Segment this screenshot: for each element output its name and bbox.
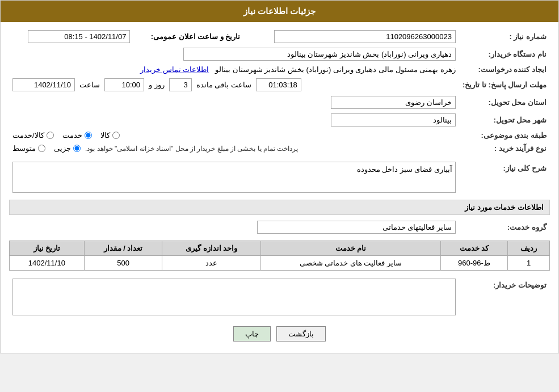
radio-jozii-input[interactable]	[73, 145, 81, 152]
service-group-label: گروه خدمت:	[459, 218, 550, 236]
delivery-city-label: شهر محل تحویل:	[459, 111, 550, 129]
creator-value: زهره بهمنی مسئول مالی دهیاری ویرانی (نور…	[9, 63, 459, 76]
cell-unit: عدد	[162, 256, 261, 271]
radio-khadamat-input[interactable]	[85, 132, 92, 139]
radio-kala-khadamat-label: کالا/خدمت	[12, 131, 44, 140]
cell-service-name: سایر فعالیت های خدماتی شخصی	[261, 256, 441, 271]
delivery-province-box: خراسان رضوی	[331, 96, 456, 109]
service-group-box: سایر فعالیتهای خدماتی	[257, 221, 456, 234]
radio-mottaset-input[interactable]	[38, 145, 45, 152]
row-response-deadline: مهلت ارسال پاسخ: تا تاریخ: 1402/11/10 سا…	[9, 76, 550, 94]
col-row-num: ردیف	[508, 241, 550, 256]
need-number-box: 1102096263000023	[274, 30, 456, 43]
services-table: ردیف کد خدمت نام خدمت واحد اندازه گیری ت…	[9, 241, 550, 271]
need-number-value: 1102096263000023	[243, 28, 459, 45]
category-label: طبقه بندی موضوعی:	[459, 129, 550, 142]
category-radio-group: کالا/خدمت خدمت کالا	[12, 131, 456, 140]
delivery-city-value: بینالود	[9, 111, 459, 129]
radio-jozii: جزیی	[54, 144, 81, 153]
general-desc-box: آبیاری فضای سبز داخل محدوده	[12, 162, 456, 193]
creator-label: ایجاد کننده درخواست:	[459, 63, 550, 76]
response-remaining-label: ساعت باقی مانده	[196, 81, 251, 89]
row-category: طبقه بندی موضوعی: کالا/خدمت خدمت	[9, 129, 550, 142]
page-header: جزئیات اطلاعات نیاز	[1, 1, 558, 22]
process-type-label: نوع فرآیند خرید :	[459, 142, 550, 155]
cell-row-num: 1	[508, 256, 550, 271]
buyer-desc-table: توضیحات خریدار:	[9, 276, 550, 318]
col-service-name: نام خدمت	[261, 241, 441, 256]
button-row: بازگشت چاپ	[9, 326, 550, 342]
radio-khadamat: خدمت	[62, 131, 92, 140]
back-button[interactable]: بازگشت	[276, 326, 326, 342]
radio-mottaset: متوسط	[12, 144, 45, 153]
radio-kala: کالا	[100, 131, 120, 140]
service-group-table: گروه خدمت: سایر فعالیتهای خدماتی	[9, 218, 550, 236]
table-row: 1ط-96-960سایر فعالیت های خدماتی شخصیعدد5…	[10, 256, 550, 271]
col-quantity: تعداد / مقدار	[84, 241, 162, 256]
radio-kala-label: کالا	[100, 131, 110, 140]
row-process-type: نوع فرآیند خرید : متوسط جزیی	[9, 142, 550, 155]
page-title: جزئیات اطلاعات نیاز	[243, 6, 316, 16]
services-section-header: اطلاعات خدمات مورد نیاز	[9, 200, 550, 215]
announce-date-label: تاریخ و ساعت اعلان عمومی:	[133, 28, 243, 45]
radio-kala-khadamat: کالا/خدمت	[12, 131, 54, 140]
response-time-label: ساعت	[79, 81, 100, 89]
delivery-city-box: بینالود	[331, 113, 456, 127]
radio-jozii-label: جزیی	[54, 144, 71, 153]
buyer-desc-label: توضیحات خریدار:	[459, 276, 550, 318]
category-options: کالا/خدمت خدمت کالا	[9, 129, 459, 142]
row-buyer-desc: توضیحات خریدار:	[9, 276, 550, 318]
buyer-desc-box	[12, 279, 456, 315]
radio-kala-khadamat-input[interactable]	[47, 132, 54, 139]
buyer-desc-value	[9, 276, 459, 318]
announce-date-box: 1402/11/07 - 08:15	[28, 30, 130, 43]
response-deadline-label: مهلت ارسال پاسخ: تا تاریخ:	[459, 76, 550, 94]
radio-khadamat-label: خدمت	[62, 131, 82, 140]
buyer-org-label: نام دستگاه خریدار:	[459, 45, 550, 63]
row-buyer-org: نام دستگاه خریدار: دهیاری ویرانی (نورابا…	[9, 45, 550, 63]
creator-contact-link[interactable]: اطلاعات تماس خریدار	[140, 65, 209, 74]
buyer-org-box: دهیاری ویرانی (نوراباد) بخش شاندیز شهرست…	[183, 48, 456, 61]
process-type-options: متوسط جزیی پرداخت تمام یا بخشی از مبلغ خ…	[9, 142, 459, 155]
content-area: شماره نیاز : 1102096263000023 تاریخ و سا…	[1, 22, 558, 353]
response-time-box: 10:00	[104, 78, 144, 91]
response-days-label: روز و	[149, 81, 165, 89]
process-note: پرداخت تمام یا بخشی از مبلغ خریدار از مح…	[85, 145, 298, 153]
col-date: تاریخ نیاز	[10, 241, 85, 256]
response-days-box: 3	[169, 78, 192, 91]
services-table-header-row: ردیف کد خدمت نام خدمت واحد اندازه گیری ت…	[10, 241, 550, 256]
buyer-org-value: دهیاری ویرانی (نوراباد) بخش شاندیز شهرست…	[9, 45, 459, 63]
response-date-box: 1402/11/10	[12, 78, 75, 91]
cell-service-code: ط-96-960	[440, 256, 507, 271]
service-group-value: سایر فعالیتهای خدماتی	[9, 218, 459, 236]
row-general-desc: شرح کلی نیاز: آبیاری فضای سبز داخل محدود…	[9, 159, 550, 195]
print-button[interactable]: چاپ	[233, 326, 271, 342]
response-deadline-value: 1402/11/10 ساعت 10:00 روز و 3 ساعت باقی …	[9, 76, 459, 94]
delivery-province-value: خراسان رضوی	[9, 94, 459, 111]
process-radio-group: متوسط جزیی	[12, 144, 81, 153]
row-need-number: شماره نیاز : 1102096263000023 تاریخ و سا…	[9, 28, 550, 45]
general-desc-label: شرح کلی نیاز:	[459, 159, 550, 195]
col-unit: واحد اندازه گیری	[162, 241, 261, 256]
row-delivery-province: استان محل تحویل: خراسان رضوی	[9, 94, 550, 111]
radio-kala-input[interactable]	[112, 132, 120, 139]
general-desc-table: شرح کلی نیاز: آبیاری فضای سبز داخل محدود…	[9, 159, 550, 195]
response-remaining-box: 01:03:18	[256, 78, 301, 91]
col-service-code: کد خدمت	[440, 241, 507, 256]
row-delivery-city: شهر محل تحویل: بینالود	[9, 111, 550, 129]
row-service-group: گروه خدمت: سایر فعالیتهای خدماتی	[9, 218, 550, 236]
need-number-label: شماره نیاز :	[459, 28, 550, 45]
cell-quantity: 500	[84, 256, 162, 271]
row-creator: ایجاد کننده درخواست: زهره بهمنی مسئول ما…	[9, 63, 550, 76]
info-table: شماره نیاز : 1102096263000023 تاریخ و سا…	[9, 28, 550, 155]
announce-date-value: 1402/11/07 - 08:15	[9, 28, 133, 45]
cell-date: 1402/11/10	[10, 256, 85, 271]
delivery-province-label: استان محل تحویل:	[459, 94, 550, 111]
page-wrapper: جزئیات اطلاعات نیاز شماره نیاز : 1102096…	[0, 0, 559, 353]
radio-mottaset-label: متوسط	[12, 144, 36, 153]
general-desc-value: آبیاری فضای سبز داخل محدوده	[9, 159, 459, 195]
